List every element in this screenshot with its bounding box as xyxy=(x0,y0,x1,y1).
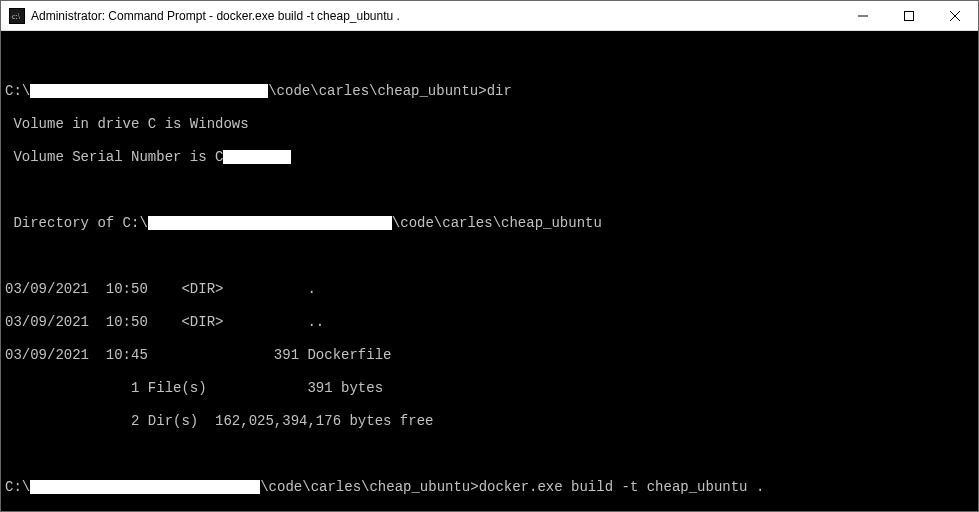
terminal-line: 2 Dir(s) 162,025,394,176 bytes free xyxy=(5,413,974,430)
prompt-line: C:\\code\carles\cheap_ubuntu>dir xyxy=(5,83,974,100)
prompt-line: C:\\code\carles\cheap_ubuntu>docker.exe … xyxy=(5,479,974,496)
terminal-line xyxy=(5,182,974,199)
terminal-line: 03/09/2021 10:50 <DIR> .. xyxy=(5,314,974,331)
svg-text:c:\: c:\ xyxy=(12,12,21,21)
terminal-line: 03/09/2021 10:45 391 Dockerfile xyxy=(5,347,974,364)
redacted xyxy=(148,216,392,230)
window-controls xyxy=(840,1,978,30)
terminal-line: Volume Serial Number is C xyxy=(5,149,974,166)
close-button[interactable] xyxy=(932,1,978,30)
window-title: Administrator: Command Prompt - docker.e… xyxy=(31,9,840,23)
redacted xyxy=(30,84,268,98)
terminal-line: 1 File(s) 391 bytes xyxy=(5,380,974,397)
terminal-line: 03/09/2021 10:50 <DIR> . xyxy=(5,281,974,298)
terminal-line xyxy=(5,50,974,67)
terminal-body[interactable]: C:\\code\carles\cheap_ubuntu>dir Volume … xyxy=(1,31,978,511)
redacted xyxy=(223,150,291,164)
cmd-window: c:\ Administrator: Command Prompt - dock… xyxy=(0,0,979,512)
terminal-line: Volume in drive C is Windows xyxy=(5,116,974,133)
cmd-icon: c:\ xyxy=(9,8,25,24)
terminal-line xyxy=(5,446,974,463)
terminal-line: Directory of C:\\code\carles\cheap_ubunt… xyxy=(5,215,974,232)
svg-rect-4 xyxy=(905,11,914,20)
titlebar[interactable]: c:\ Administrator: Command Prompt - dock… xyxy=(1,1,978,31)
redacted xyxy=(30,480,260,494)
minimize-button[interactable] xyxy=(840,1,886,30)
terminal-line xyxy=(5,248,974,265)
maximize-button[interactable] xyxy=(886,1,932,30)
